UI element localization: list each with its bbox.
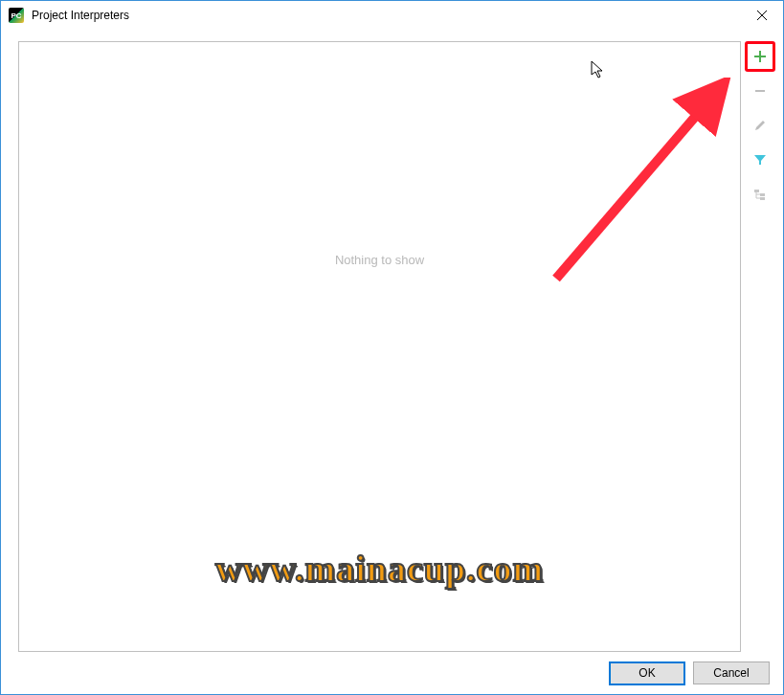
close-button[interactable] [740,1,783,30]
bottom-bar: OK Cancel [1,652,783,694]
close-icon [757,11,767,20]
minus-icon [753,84,767,98]
filter-button[interactable] [745,145,775,175]
ok-button[interactable]: OK [609,661,685,685]
interpreter-list-panel: Nothing to show www.mainacup.com [18,41,741,652]
edit-button[interactable] [745,110,775,141]
window-title: Project Interpreters [32,9,129,22]
filter-icon [753,153,767,167]
remove-button[interactable] [745,76,775,106]
add-button[interactable] [745,41,775,72]
svg-rect-6 [760,193,765,196]
side-toolbar [745,41,775,210]
titlebar: PC Project Interpreters [1,1,783,30]
plus-icon [753,50,767,63]
paths-button[interactable] [745,179,775,210]
svg-rect-7 [760,197,765,200]
folder-tree-icon [753,188,767,201]
pencil-icon [753,119,767,132]
cancel-button[interactable]: Cancel [693,661,770,684]
app-icon: PC [9,8,24,23]
empty-message: Nothing to show [335,253,424,267]
svg-rect-5 [754,190,759,192]
watermark-text: www.mainacup.com [215,548,544,590]
